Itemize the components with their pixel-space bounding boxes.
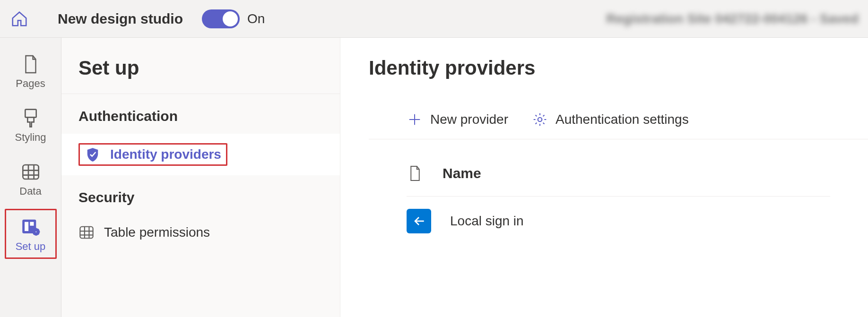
providers-table: Name Local sign in [369, 139, 868, 246]
sidebar-item-pages[interactable]: Pages [5, 47, 57, 94]
page-icon [20, 54, 41, 75]
authentication-settings-button[interactable]: Authentication settings [532, 111, 689, 128]
setup-panel: Set up Authentication Identity providers… [61, 38, 340, 317]
site-save-status: Registration Site 042722-004126 - Saved [606, 11, 859, 26]
table-row[interactable]: Local sign in [407, 197, 830, 246]
page-title: Identity providers [369, 57, 868, 79]
gear-icon [532, 111, 548, 128]
svg-point-10 [35, 231, 37, 233]
table-icon [78, 224, 95, 240]
sidebar-item-label: Data [19, 185, 41, 197]
table-icon [20, 162, 41, 182]
svg-rect-11 [80, 227, 93, 239]
header-bar: New design studio On Registration Site 0… [0, 0, 868, 38]
new-provider-button[interactable]: New provider [407, 111, 508, 128]
svg-point-18 [538, 118, 542, 122]
design-studio-toggle[interactable] [202, 9, 240, 28]
svg-rect-8 [30, 222, 34, 226]
panel-title: Set up [61, 52, 340, 94]
section-security: Security [61, 175, 340, 215]
setup-icon [20, 217, 41, 238]
table-header-row: Name [407, 163, 830, 197]
svg-rect-1 [23, 165, 38, 179]
sidebar-item-label: Set up [16, 240, 46, 253]
highlight-box: Identity providers [78, 143, 227, 166]
command-label: New provider [430, 112, 508, 127]
panel-item-table-permissions[interactable]: Table permissions [61, 215, 340, 250]
panel-item-label: Table permissions [104, 225, 210, 240]
local-signin-icon [407, 209, 431, 233]
panel-item-label: Identity providers [110, 147, 221, 162]
panel-item-identity-providers[interactable]: Identity providers [61, 134, 340, 175]
header-title: New design studio [58, 11, 183, 27]
sidebar-item-label: Pages [16, 77, 45, 90]
home-icon[interactable] [9, 9, 29, 29]
sidebar-item-data[interactable]: Data [5, 155, 57, 202]
provider-name: Local sign in [450, 214, 524, 229]
svg-rect-7 [25, 222, 28, 231]
toggle-knob [223, 11, 238, 26]
command-bar: New provider Authentication settings [369, 103, 868, 139]
sidebar-item-label: Styling [15, 131, 46, 144]
design-studio-toggle-group: On [202, 9, 265, 28]
nav-sidebar: Pages Styling Data [0, 38, 61, 317]
toggle-label: On [247, 11, 265, 26]
shield-check-icon [85, 146, 101, 163]
main-content: Identity providers New provider Authen [340, 38, 868, 317]
plus-icon [407, 111, 423, 128]
sidebar-item-setup[interactable]: Set up [5, 209, 57, 259]
command-label: Authentication settings [556, 112, 689, 127]
section-authentication: Authentication [61, 94, 340, 134]
brush-icon [20, 108, 41, 129]
column-header-name[interactable]: Name [443, 165, 481, 181]
svg-rect-0 [25, 110, 36, 118]
sidebar-item-styling[interactable]: Styling [5, 101, 57, 148]
document-icon [407, 163, 424, 184]
